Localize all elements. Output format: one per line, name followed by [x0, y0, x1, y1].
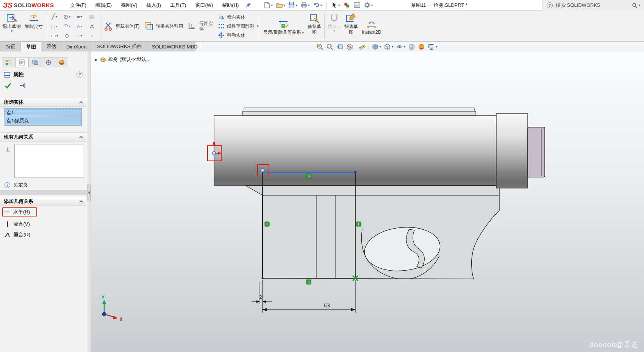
add-coincident-relation-button[interactable]: 重合(D) [2, 230, 33, 239]
feature-tree-breadcrumb[interactable]: ▶ 枪身 (默认<<默认... [95, 56, 151, 63]
measure-button[interactable] [359, 43, 366, 50]
dimension-63[interactable]: 63 [263, 280, 355, 313]
zoom-area-button[interactable] [326, 43, 333, 50]
undo-button[interactable]: ▾ [312, 1, 324, 9]
offset-entities-button[interactable]: 等距实体 [185, 12, 215, 40]
tab-evaluate[interactable]: 评估 [41, 42, 61, 51]
add-relations-header[interactable]: 添加几何关系 [0, 197, 87, 206]
circle-tool[interactable]: ⊙▾ [61, 12, 73, 22]
coordinate-triad: Y X [102, 294, 123, 322]
search-controls[interactable]: ▾ [632, 3, 640, 8]
panel-collapse-handle[interactable] [87, 184, 91, 201]
convert-entities-button[interactable]: 转换实体引用 [142, 12, 185, 40]
options-gear-button[interactable]: ▾ [363, 1, 374, 9]
tab-solidworks-mbd[interactable]: SOLIDWORKS MBD [147, 42, 203, 51]
previous-view-button[interactable] [336, 43, 343, 50]
menu-tools[interactable]: 工具(T) [166, 0, 191, 11]
dimxpert-manager-tab[interactable] [42, 58, 55, 67]
open-button[interactable]: ▾ [275, 1, 286, 9]
quick-snaps-caret[interactable]: ▾ [333, 30, 335, 33]
existing-relations-header[interactable]: 现有几何关系 [0, 132, 87, 142]
quick-snaps-button[interactable]: 快速... ▾ [326, 12, 342, 40]
view-orientation-button[interactable]: ▾ [372, 43, 381, 50]
menu-window[interactable]: 窗口(W) [191, 0, 217, 11]
pattern-stack-caret[interactable]: ▾ [257, 25, 259, 28]
graphics-viewport[interactable]: ▶ 枪身 (默认<<默认... [91, 51, 644, 352]
selected-entities-list[interactable]: 点1 点1@原点 [4, 108, 82, 126]
print-button[interactable]: ▾ [299, 1, 311, 9]
existing-relations-list[interactable] [14, 145, 83, 178]
instant2d-button[interactable]: Instant2D [360, 12, 383, 40]
ellipse-tool[interactable]: ○▾ [73, 22, 86, 31]
feature-manager-icon [5, 59, 12, 65]
apply-scene-button[interactable] [418, 43, 425, 50]
menu-file[interactable]: 文件(F) [66, 0, 91, 11]
help-icon[interactable]: ? [547, 2, 553, 8]
spline-tool[interactable]: ≈▾ [73, 12, 86, 22]
save-icon [288, 2, 295, 9]
sketch-endpoint [354, 171, 356, 173]
zoom-fit-button[interactable] [316, 43, 324, 50]
display-style-button[interactable]: ▾ [384, 43, 393, 50]
display-manager-tab[interactable] [55, 58, 68, 67]
search-input[interactable]: 搜索 SOLIDWORKS [556, 2, 629, 9]
display-relations-caret[interactable]: ▾ [302, 31, 304, 34]
grid-snap-tool[interactable]: ▦ [86, 12, 98, 22]
exit-sketch-caret[interactable]: ▾ [11, 30, 13, 33]
menu-edit[interactable]: 编辑(E) [91, 0, 116, 11]
sketch-entities-grid: ╱▾ ⊙▾ ≈▾ ▦ □▾ ◠▾ ○▾ A ▭▾ ◇ ⌐▾ • [47, 12, 99, 40]
exit-sketch-button[interactable]: 退出草图 ▾ [1, 12, 23, 40]
line-tool[interactable]: ╱▾ [48, 12, 61, 22]
point-tool[interactable]: • [86, 31, 98, 40]
save-button[interactable]: ▾ [287, 1, 299, 9]
selected-entities-header[interactable]: 所选实体 [0, 98, 87, 107]
fillet-tool[interactable]: ⌐▾ [73, 31, 86, 40]
hide-show-items-button[interactable]: ▾ [396, 43, 405, 50]
tab-sketch[interactable]: 草图 [21, 42, 41, 51]
panel-help-icon[interactable]: ? [77, 72, 83, 78]
panel-splitter[interactable] [87, 51, 91, 352]
section-view-button[interactable] [346, 43, 353, 50]
move-entities-button[interactable]: 移动实体 [217, 31, 255, 39]
selected-entity-item[interactable]: 点1 [4, 109, 81, 117]
text-tool[interactable]: A [86, 22, 98, 31]
property-manager-tab[interactable] [15, 58, 28, 67]
edit-appearance-button[interactable] [408, 43, 415, 50]
tab-dimxpert[interactable]: DimXpert [61, 42, 92, 51]
tab-solidworks-addins[interactable]: SOLIDWORKS 插件 [92, 42, 147, 51]
select-arrow-button[interactable]: ▾ [330, 1, 341, 9]
expand-tree-icon[interactable]: ▶ [95, 58, 98, 62]
add-horizontal-relation-button[interactable]: 水平(H) [2, 207, 37, 216]
mirror-entities-button[interactable]: 镜向实体 [217, 13, 255, 21]
add-vertical-relation-button[interactable]: 竖直(V) [2, 220, 32, 229]
model-canvas[interactable]: 2 63 Y X [91, 51, 644, 352]
keep-visible-pin-icon[interactable] [20, 83, 27, 89]
feature-manager-tab[interactable] [2, 58, 15, 67]
menu-pin-icon[interactable] [245, 2, 251, 8]
rectangle-tool[interactable]: □▾ [48, 22, 61, 31]
color-swatch-button[interactable] [342, 1, 352, 9]
linear-sketch-pattern-button[interactable]: 线性草图阵列 [217, 22, 255, 30]
polygon-tool[interactable]: ◇ [61, 31, 73, 40]
selected-entity-item[interactable]: 点1@原点 [4, 117, 81, 125]
view-settings-button[interactable]: ▾ [428, 43, 437, 50]
dimension-2[interactable]: 2 [252, 280, 272, 313]
slide-end-cap [496, 114, 528, 188]
new-document-button[interactable]: ▾ [262, 1, 274, 9]
rapid-sketch-icon [345, 13, 357, 23]
repair-sketch-button[interactable]: 修复草 图 [306, 12, 323, 40]
trim-entities-button[interactable]: 剪裁实体(T) [102, 12, 142, 40]
ok-check-icon[interactable] [5, 83, 11, 89]
menu-view[interactable]: 视图(V) [116, 0, 142, 11]
menu-insert[interactable]: 插入(I) [142, 0, 166, 11]
arc-tool[interactable]: ◠▾ [61, 22, 73, 31]
display-delete-relations-button[interactable]: 显示/删除几何关系 ▾ [261, 12, 306, 40]
rapid-sketch-button[interactable]: 快速草 图 [342, 12, 360, 40]
pistol-frame[interactable] [245, 185, 499, 279]
smart-dimension-button[interactable]: 智能尺寸 [23, 12, 45, 40]
configuration-manager-tab[interactable] [28, 58, 42, 67]
tab-features[interactable]: 特征 [1, 42, 21, 51]
menu-help[interactable]: 帮助(H) [217, 0, 243, 11]
drawing-sheet-button[interactable] [352, 1, 362, 9]
slot-tool[interactable]: ▭▾ [48, 31, 61, 40]
